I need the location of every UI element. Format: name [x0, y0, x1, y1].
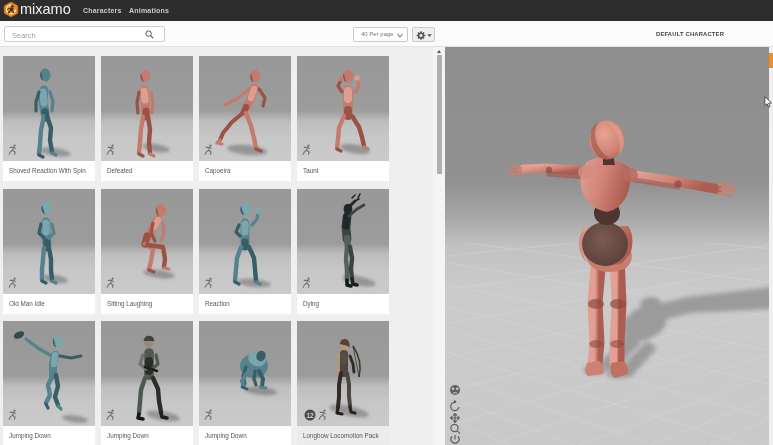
- svg-text:12: 12: [306, 412, 314, 419]
